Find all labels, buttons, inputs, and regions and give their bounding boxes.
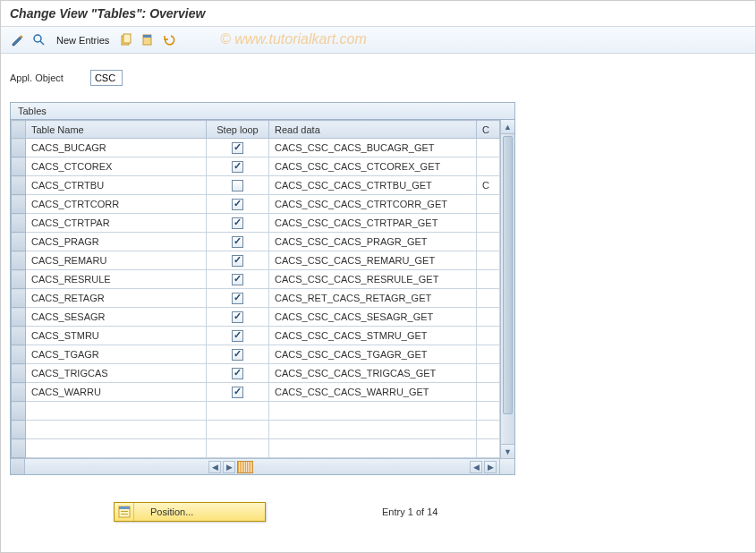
hscroll-marker-icon[interactable] <box>237 461 253 473</box>
cell-step-loop[interactable] <box>207 421 269 439</box>
table-row[interactable]: CACS_PRAGRCACS_CSC_CACS_PRAGR_GET <box>12 233 500 251</box>
checkbox-icon[interactable] <box>232 311 243 323</box>
row-selector[interactable] <box>12 364 26 383</box>
row-selector[interactable] <box>12 214 26 233</box>
find-icon[interactable] <box>31 32 47 48</box>
checkbox-icon[interactable] <box>232 180 243 191</box>
row-selector[interactable] <box>12 289 26 308</box>
row-selector[interactable] <box>12 157 26 176</box>
cell-table-name[interactable]: CACS_BUCAGR <box>26 139 207 157</box>
cell-read-data[interactable] <box>269 439 477 458</box>
position-button[interactable]: Position... <box>114 502 266 522</box>
cell-c[interactable] <box>477 270 500 289</box>
cell-table-name[interactable]: CACS_PRAGR <box>26 233 207 251</box>
column-table-name[interactable]: Table Name <box>26 121 207 139</box>
row-selector[interactable] <box>12 439 26 458</box>
scroll-thumb[interactable] <box>503 136 513 414</box>
cell-read-data[interactable]: CACS_CSC_CACS_WARRU_GET <box>269 383 477 402</box>
table-row[interactable]: CACS_TGAGRCACS_CSC_CACS_TGAGR_GET <box>12 345 500 364</box>
row-selector[interactable] <box>12 327 26 345</box>
cell-c[interactable] <box>477 383 500 402</box>
scroll-track[interactable] <box>501 134 514 444</box>
cell-read-data[interactable]: CACS_CSC_CACS_SESAGR_GET <box>269 308 477 327</box>
cell-step-loop[interactable] <box>207 176 269 195</box>
cell-step-loop[interactable] <box>207 289 269 308</box>
table-row[interactable]: CACS_STMRUCACS_CSC_CACS_STMRU_GET <box>12 327 500 345</box>
cell-read-data[interactable] <box>269 402 477 421</box>
cell-c[interactable] <box>477 157 500 176</box>
row-selector[interactable] <box>12 233 26 251</box>
table-row[interactable]: CACS_CTRTCORRCACS_CSC_CACS_CTRTCORR_GET <box>12 195 500 214</box>
row-selector[interactable] <box>12 270 26 289</box>
cell-table-name[interactable]: CACS_CTRTBU <box>26 176 207 195</box>
checkbox-icon[interactable] <box>232 293 243 304</box>
cell-table-name[interactable]: CACS_SESAGR <box>26 308 207 327</box>
cell-c[interactable] <box>477 214 500 233</box>
table-row[interactable] <box>12 439 500 458</box>
cell-table-name[interactable]: CACS_TGAGR <box>26 345 207 364</box>
cell-read-data[interactable]: CACS_CSC_CACS_STMRU_GET <box>269 327 477 345</box>
cell-step-loop[interactable] <box>207 364 269 383</box>
cell-read-data[interactable]: CACS_CSC_CACS_CTCOREX_GET <box>269 157 477 176</box>
cell-step-loop[interactable] <box>207 402 269 421</box>
checkbox-icon[interactable] <box>232 199 243 210</box>
cell-table-name[interactable]: CACS_RETAGR <box>26 289 207 308</box>
toggle-display-change-icon[interactable] <box>10 32 26 48</box>
checkbox-icon[interactable] <box>232 161 243 173</box>
cell-table-name[interactable] <box>26 421 207 439</box>
column-c[interactable]: C <box>477 121 500 139</box>
cell-step-loop[interactable] <box>207 214 269 233</box>
table-row[interactable]: CACS_BUCAGRCACS_CSC_CACS_BUCAGR_GET <box>12 139 500 157</box>
cell-c[interactable] <box>477 195 500 214</box>
cell-c[interactable] <box>477 308 500 327</box>
checkbox-icon[interactable] <box>232 236 243 248</box>
cell-table-name[interactable] <box>26 439 207 458</box>
column-selector[interactable] <box>12 121 26 139</box>
table-row[interactable] <box>12 402 500 421</box>
checkbox-icon[interactable] <box>232 217 243 229</box>
cell-table-name[interactable]: CACS_TRIGCAS <box>26 364 207 383</box>
row-selector[interactable] <box>12 383 26 402</box>
cell-read-data[interactable] <box>269 421 477 439</box>
cell-table-name[interactable]: CACS_CTRTCORR <box>26 195 207 214</box>
row-selector[interactable] <box>12 139 26 157</box>
cell-c[interactable] <box>477 345 500 364</box>
scroll-down-icon[interactable]: ▼ <box>501 444 514 458</box>
hscroll-left2-icon[interactable]: ◀ <box>470 461 482 473</box>
cell-step-loop[interactable] <box>207 439 269 458</box>
cell-read-data[interactable]: CACS_CSC_CACS_PRAGR_GET <box>269 233 477 251</box>
cell-c[interactable] <box>477 289 500 308</box>
undo-icon[interactable] <box>161 32 177 48</box>
cell-c[interactable] <box>477 233 500 251</box>
cell-read-data[interactable]: CACS_CSC_CACS_RESRULE_GET <box>269 270 477 289</box>
cell-read-data[interactable]: CACS_RET_CACS_RETAGR_GET <box>269 289 477 308</box>
cell-step-loop[interactable] <box>207 251 269 270</box>
row-selector[interactable] <box>12 195 26 214</box>
hscroll-left-icon[interactable]: ◀ <box>208 461 221 473</box>
cell-step-loop[interactable] <box>207 308 269 327</box>
checkbox-icon[interactable] <box>232 274 243 285</box>
cell-step-loop[interactable] <box>207 233 269 251</box>
row-selector[interactable] <box>12 308 26 327</box>
cell-c[interactable] <box>477 139 500 157</box>
hscroll-right2-icon[interactable]: ▶ <box>484 461 497 473</box>
vertical-scrollbar[interactable]: ▲ ▼ <box>500 120 514 458</box>
checkbox-icon[interactable] <box>232 330 243 342</box>
cell-step-loop[interactable] <box>207 157 269 176</box>
checkbox-icon[interactable] <box>232 142 243 154</box>
cell-step-loop[interactable] <box>207 139 269 157</box>
cell-c[interactable] <box>477 327 500 345</box>
cell-read-data[interactable]: CACS_CSC_CACS_BUCAGR_GET <box>269 139 477 157</box>
cell-read-data[interactable]: CACS_CSC_CACS_TRIGCAS_GET <box>269 364 477 383</box>
cell-step-loop[interactable] <box>207 345 269 364</box>
cell-read-data[interactable]: CACS_CSC_CACS_CTRTPAR_GET <box>269 214 477 233</box>
column-step-loop[interactable]: Step loop <box>207 121 269 139</box>
cell-table-name[interactable]: CACS_WARRU <box>26 383 207 402</box>
copy-as-icon[interactable] <box>118 32 134 48</box>
row-selector[interactable] <box>12 251 26 270</box>
cell-table-name[interactable]: CACS_RESRULE <box>26 270 207 289</box>
appl-object-field[interactable]: CSC <box>90 70 123 86</box>
cell-table-name[interactable]: CACS_CTRTPAR <box>26 214 207 233</box>
cell-step-loop[interactable] <box>207 195 269 214</box>
hscroll-right-icon[interactable]: ▶ <box>223 461 235 473</box>
